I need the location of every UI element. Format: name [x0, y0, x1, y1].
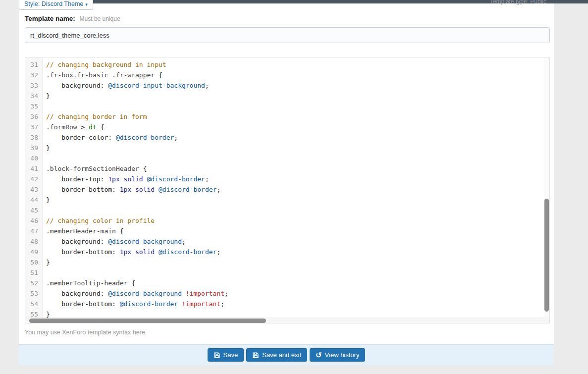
- line-number: 52: [25, 278, 43, 288]
- code-token-plain: :: [101, 82, 108, 89]
- code-token-var: @discord-background: [108, 238, 182, 245]
- code-token-prop: background: [61, 82, 100, 89]
- line-number: 49: [25, 247, 43, 257]
- code-token-qualifier: .formRow: [46, 123, 77, 131]
- save-button-label: Save: [223, 351, 238, 359]
- code-token-plain: [131, 248, 135, 256]
- save-button[interactable]: Save: [208, 348, 244, 362]
- line-number: 42: [25, 174, 43, 184]
- code-token-plain: :: [112, 186, 120, 193]
- syntax-hint: You may use XenForo template syntax here…: [25, 329, 548, 336]
- line-number: 33: [25, 80, 43, 91]
- content-panel: Template name: Must be unique 3132333435…: [19, 0, 554, 365]
- chevron-down-icon: ▾: [85, 2, 88, 7]
- save-and-exit-button[interactable]: Save and exit: [246, 348, 307, 362]
- code-line[interactable]: // changing border in form: [46, 111, 549, 122]
- template-editor-page: Template type: Public Style: Discord The…: [0, 0, 588, 374]
- code-line[interactable]: border-color: @discord-border;: [46, 132, 549, 143]
- line-number: 37: [25, 122, 43, 132]
- code-token-plain: }: [46, 259, 50, 266]
- code-line[interactable]: .memberHeader-main {: [46, 226, 549, 236]
- horizontal-scrollbar[interactable]: [25, 318, 549, 323]
- save-icon: [252, 352, 259, 359]
- code-token-plain: :: [101, 290, 108, 297]
- code-token-prop: border-top: [61, 175, 100, 183]
- code-token-num: 1px: [120, 248, 131, 256]
- code-token-plain: {: [155, 71, 162, 79]
- code-token-var: @discord-border: [120, 300, 178, 308]
- code-token-imp: !important: [186, 290, 224, 297]
- code-token-plain: [182, 290, 186, 297]
- horizontal-scrollbar-thumb[interactable]: [29, 319, 266, 323]
- code-line[interactable]: }: [46, 257, 549, 267]
- code-token-qualifier: .memberHeader-main: [46, 227, 116, 235]
- code-line[interactable]: border-top: 1px solid @discord-border;: [46, 174, 549, 184]
- code-token-plain: ;: [224, 290, 228, 297]
- code-token-plain: >: [77, 123, 89, 131]
- code-line[interactable]: border-bottom: 1px solid @discord-border…: [46, 184, 549, 195]
- line-number: 45: [25, 205, 43, 215]
- code-line[interactable]: .fr-box.fr-basic .fr-wrapper {: [46, 70, 549, 80]
- code-token-plain: {: [97, 123, 105, 131]
- code-token-comment: // changing border in form: [46, 113, 147, 120]
- code-line[interactable]: .block-formSectionHeader {: [46, 163, 549, 174]
- code-line[interactable]: [46, 205, 549, 215]
- code-line[interactable]: .memberTooltip-header {: [46, 278, 549, 288]
- code-token-plain: }: [46, 311, 50, 318]
- code-line[interactable]: }: [46, 309, 549, 318]
- code-token-plain: {: [139, 165, 147, 172]
- line-number-gutter: 3132333435363738394041424344454647484950…: [25, 57, 43, 318]
- code-line[interactable]: background: @discord-input-background;: [46, 80, 549, 91]
- code-line[interactable]: border-bottom: 1px solid @discord-border…: [46, 247, 549, 257]
- code-line[interactable]: [46, 153, 549, 163]
- code-token-qualifier: .fr-box.fr-basic: [46, 71, 108, 79]
- code-token-prop: background: [61, 290, 100, 297]
- code-token-plain: [131, 186, 135, 193]
- code-token-plain: ;: [205, 175, 209, 183]
- code-line[interactable]: }: [46, 91, 549, 101]
- code-token-plain: :: [108, 134, 116, 141]
- code-line[interactable]: [46, 101, 549, 111]
- line-number: 36: [25, 111, 43, 122]
- code-token-plain: ;: [216, 186, 220, 193]
- code-token-prop: border-bottom: [61, 300, 112, 308]
- code-line[interactable]: background: @discord-background;: [46, 236, 549, 247]
- code-lines[interactable]: // changing background in input.fr-box.f…: [43, 57, 549, 318]
- code-token-plain: }: [46, 92, 50, 100]
- code-token-plain: [155, 186, 159, 193]
- code-token-plain: ;: [174, 134, 178, 141]
- code-token-plain: :: [101, 175, 108, 183]
- style-selector-button[interactable]: Style: Discord Theme▾: [19, 0, 93, 10]
- code-line[interactable]: }: [46, 195, 549, 205]
- template-type-label: Template type: Public: [490, 0, 546, 5]
- line-number: 54: [25, 299, 43, 309]
- vertical-scrollbar-thumb[interactable]: [544, 199, 549, 312]
- code-token-plain: [143, 175, 147, 183]
- template-name-input-wrap: [19, 22, 554, 43]
- line-number: 41: [25, 163, 43, 174]
- code-token-plain: }: [46, 196, 50, 204]
- vertical-scrollbar[interactable]: [544, 57, 549, 318]
- code-line[interactable]: // changing color in profile: [46, 215, 549, 226]
- view-history-button-label: View history: [325, 351, 360, 359]
- code-line[interactable]: [46, 267, 549, 278]
- code-line[interactable]: border-bottom: @discord-border !importan…: [46, 299, 549, 309]
- code-token-num: 1px: [108, 175, 119, 183]
- line-number: 34: [25, 91, 43, 101]
- code-line[interactable]: // changing background in input: [46, 59, 549, 70]
- code-line[interactable]: background: @discord-background !importa…: [46, 288, 549, 299]
- code-editor-scroll-area[interactable]: 3132333435363738394041424344454647484950…: [25, 57, 549, 318]
- code-token-num: 1px: [120, 186, 131, 193]
- code-line[interactable]: .formRow > dt {: [46, 122, 549, 132]
- code-token-prop: border-color: [61, 134, 108, 141]
- code-editor[interactable]: 3132333435363738394041424344454647484950…: [25, 57, 550, 323]
- template-name-input[interactable]: [25, 27, 550, 43]
- code-line[interactable]: }: [46, 143, 549, 153]
- line-number: 38: [25, 132, 43, 143]
- code-token-var: @discord-border: [147, 175, 205, 183]
- view-history-button[interactable]: ↺ View history: [310, 348, 365, 362]
- code-token-plain: ;: [205, 82, 209, 89]
- code-token-plain: {: [116, 227, 124, 235]
- line-number: 32: [25, 70, 43, 80]
- breadcrumb-bar: Template type: Public: [19, 0, 588, 3]
